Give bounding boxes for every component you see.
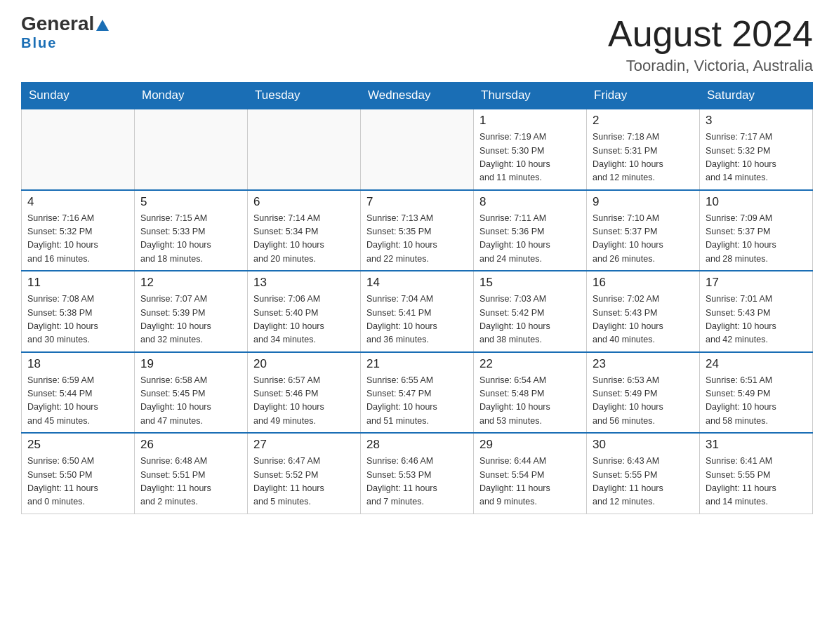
day-number: 7	[366, 195, 468, 209]
weekday-header-friday: Friday	[587, 83, 700, 109]
calendar-cell: 17Sunrise: 7:01 AM Sunset: 5:43 PM Dayli…	[700, 271, 813, 352]
day-number: 2	[593, 114, 694, 128]
location-title: Tooradin, Victoria, Australia	[608, 57, 813, 75]
calendar-cell: 25Sunrise: 6:50 AM Sunset: 5:50 PM Dayli…	[22, 433, 135, 514]
calendar-cell: 9Sunrise: 7:10 AM Sunset: 5:37 PM Daylig…	[587, 190, 700, 271]
day-number: 28	[366, 438, 468, 452]
day-info: Sunrise: 6:41 AM Sunset: 5:55 PM Dayligh…	[706, 455, 807, 509]
day-number: 14	[366, 276, 468, 290]
day-info: Sunrise: 6:53 AM Sunset: 5:49 PM Dayligh…	[593, 374, 694, 429]
day-info: Sunrise: 7:14 AM Sunset: 5:34 PM Dayligh…	[253, 212, 355, 267]
calendar-cell: 1Sunrise: 7:19 AM Sunset: 5:30 PM Daylig…	[474, 109, 587, 190]
day-info: Sunrise: 7:09 AM Sunset: 5:37 PM Dayligh…	[706, 212, 807, 267]
day-info: Sunrise: 6:47 AM Sunset: 5:52 PM Dayligh…	[253, 455, 355, 509]
calendar-cell: 19Sunrise: 6:58 AM Sunset: 5:45 PM Dayli…	[135, 352, 248, 434]
day-info: Sunrise: 6:59 AM Sunset: 5:44 PM Dayligh…	[27, 374, 128, 429]
day-info: Sunrise: 7:07 AM Sunset: 5:39 PM Dayligh…	[140, 293, 241, 347]
calendar-cell: 18Sunrise: 6:59 AM Sunset: 5:44 PM Dayli…	[22, 352, 135, 434]
day-number: 26	[140, 438, 241, 452]
logo-blue: Blue	[21, 35, 57, 51]
week-row-4: 18Sunrise: 6:59 AM Sunset: 5:44 PM Dayli…	[22, 352, 813, 434]
day-number: 12	[140, 276, 241, 290]
weekday-header-saturday: Saturday	[700, 83, 813, 109]
logo-triangle-icon	[96, 20, 109, 31]
day-number: 30	[593, 438, 694, 452]
day-info: Sunrise: 7:06 AM Sunset: 5:40 PM Dayligh…	[253, 293, 355, 347]
calendar-cell: 21Sunrise: 6:55 AM Sunset: 5:47 PM Dayli…	[361, 352, 474, 434]
day-info: Sunrise: 6:51 AM Sunset: 5:49 PM Dayligh…	[706, 374, 807, 429]
calendar-cell: 15Sunrise: 7:03 AM Sunset: 5:42 PM Dayli…	[474, 271, 587, 352]
day-number: 24	[706, 357, 807, 371]
calendar-cell	[248, 109, 361, 190]
calendar-cell: 24Sunrise: 6:51 AM Sunset: 5:49 PM Dayli…	[700, 352, 813, 434]
day-info: Sunrise: 7:02 AM Sunset: 5:43 PM Dayligh…	[593, 293, 694, 347]
day-number: 22	[479, 357, 581, 371]
day-number: 8	[479, 195, 581, 209]
day-number: 25	[27, 438, 128, 452]
weekday-header-tuesday: Tuesday	[248, 83, 361, 109]
day-info: Sunrise: 6:50 AM Sunset: 5:50 PM Dayligh…	[27, 455, 128, 509]
day-info: Sunrise: 6:48 AM Sunset: 5:51 PM Dayligh…	[140, 455, 241, 509]
weekday-header-wednesday: Wednesday	[361, 83, 474, 109]
weekday-header-row: SundayMondayTuesdayWednesdayThursdayFrid…	[22, 83, 813, 109]
day-info: Sunrise: 6:58 AM Sunset: 5:45 PM Dayligh…	[140, 374, 241, 429]
calendar-cell: 6Sunrise: 7:14 AM Sunset: 5:34 PM Daylig…	[248, 190, 361, 271]
calendar-title-area: August 2024 Tooradin, Victoria, Australi…	[608, 14, 813, 75]
day-info: Sunrise: 6:43 AM Sunset: 5:55 PM Dayligh…	[593, 455, 694, 509]
calendar-cell: 14Sunrise: 7:04 AM Sunset: 5:41 PM Dayli…	[361, 271, 474, 352]
day-info: Sunrise: 7:16 AM Sunset: 5:32 PM Dayligh…	[27, 212, 128, 267]
calendar-cell: 26Sunrise: 6:48 AM Sunset: 5:51 PM Dayli…	[135, 433, 248, 514]
calendar-table: SundayMondayTuesdayWednesdayThursdayFrid…	[21, 82, 813, 514]
day-number: 19	[140, 357, 241, 371]
day-number: 16	[593, 276, 694, 290]
day-number: 27	[253, 438, 355, 452]
day-number: 1	[479, 114, 581, 128]
weekday-header-thursday: Thursday	[474, 83, 587, 109]
calendar-cell: 4Sunrise: 7:16 AM Sunset: 5:32 PM Daylig…	[22, 190, 135, 271]
day-info: Sunrise: 6:44 AM Sunset: 5:54 PM Dayligh…	[479, 455, 581, 509]
day-info: Sunrise: 7:18 AM Sunset: 5:31 PM Dayligh…	[593, 130, 694, 185]
day-number: 4	[27, 195, 128, 209]
day-info: Sunrise: 7:13 AM Sunset: 5:35 PM Dayligh…	[366, 212, 468, 267]
calendar-cell: 2Sunrise: 7:18 AM Sunset: 5:31 PM Daylig…	[587, 109, 700, 190]
calendar-cell: 10Sunrise: 7:09 AM Sunset: 5:37 PM Dayli…	[700, 190, 813, 271]
calendar-cell: 22Sunrise: 6:54 AM Sunset: 5:48 PM Dayli…	[474, 352, 587, 434]
logo-text: General	[21, 14, 109, 34]
day-info: Sunrise: 7:19 AM Sunset: 5:30 PM Dayligh…	[479, 130, 581, 185]
day-number: 18	[27, 357, 128, 371]
day-number: 11	[27, 276, 128, 290]
day-number: 3	[706, 114, 807, 128]
calendar-cell: 13Sunrise: 7:06 AM Sunset: 5:40 PM Dayli…	[248, 271, 361, 352]
calendar-cell: 27Sunrise: 6:47 AM Sunset: 5:52 PM Dayli…	[248, 433, 361, 514]
week-row-5: 25Sunrise: 6:50 AM Sunset: 5:50 PM Dayli…	[22, 433, 813, 514]
page-header: General Blue August 2024 Tooradin, Victo…	[21, 14, 813, 75]
day-info: Sunrise: 7:15 AM Sunset: 5:33 PM Dayligh…	[140, 212, 241, 267]
calendar-cell	[135, 109, 248, 190]
calendar-cell: 23Sunrise: 6:53 AM Sunset: 5:49 PM Dayli…	[587, 352, 700, 434]
day-info: Sunrise: 7:10 AM Sunset: 5:37 PM Dayligh…	[593, 212, 694, 267]
weekday-header-monday: Monday	[135, 83, 248, 109]
day-info: Sunrise: 7:17 AM Sunset: 5:32 PM Dayligh…	[706, 130, 807, 185]
logo: General Blue	[21, 14, 109, 51]
day-number: 15	[479, 276, 581, 290]
week-row-2: 4Sunrise: 7:16 AM Sunset: 5:32 PM Daylig…	[22, 190, 813, 271]
day-info: Sunrise: 6:55 AM Sunset: 5:47 PM Dayligh…	[366, 374, 468, 429]
day-number: 20	[253, 357, 355, 371]
day-number: 17	[706, 276, 807, 290]
day-number: 31	[706, 438, 807, 452]
day-info: Sunrise: 6:46 AM Sunset: 5:53 PM Dayligh…	[366, 455, 468, 509]
calendar-cell: 11Sunrise: 7:08 AM Sunset: 5:38 PM Dayli…	[22, 271, 135, 352]
day-number: 23	[593, 357, 694, 371]
calendar-cell: 7Sunrise: 7:13 AM Sunset: 5:35 PM Daylig…	[361, 190, 474, 271]
calendar-cell: 12Sunrise: 7:07 AM Sunset: 5:39 PM Dayli…	[135, 271, 248, 352]
day-info: Sunrise: 7:11 AM Sunset: 5:36 PM Dayligh…	[479, 212, 581, 267]
day-number: 5	[140, 195, 241, 209]
day-info: Sunrise: 6:54 AM Sunset: 5:48 PM Dayligh…	[479, 374, 581, 429]
day-info: Sunrise: 7:01 AM Sunset: 5:43 PM Dayligh…	[706, 293, 807, 347]
calendar-cell: 3Sunrise: 7:17 AM Sunset: 5:32 PM Daylig…	[700, 109, 813, 190]
weekday-header-sunday: Sunday	[22, 83, 135, 109]
day-number: 13	[253, 276, 355, 290]
calendar-cell: 29Sunrise: 6:44 AM Sunset: 5:54 PM Dayli…	[474, 433, 587, 514]
day-info: Sunrise: 7:04 AM Sunset: 5:41 PM Dayligh…	[366, 293, 468, 347]
day-number: 9	[593, 195, 694, 209]
